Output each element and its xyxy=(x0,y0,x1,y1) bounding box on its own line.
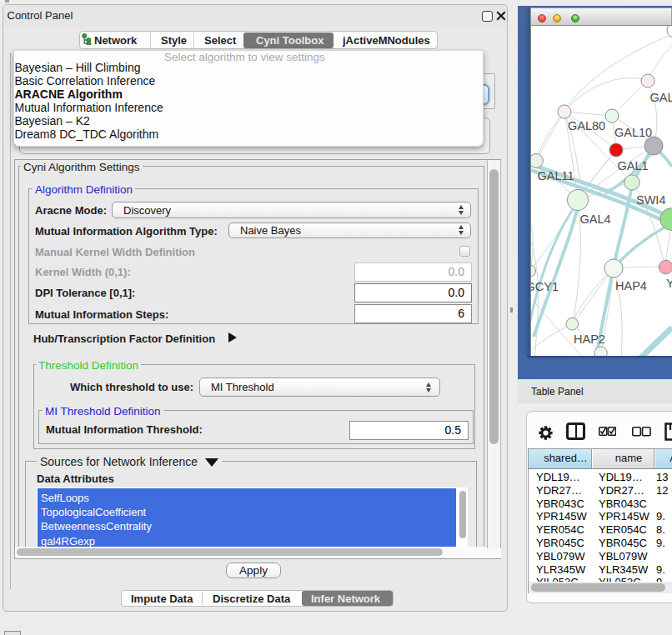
svg-text:GAL10: GAL10 xyxy=(614,126,652,139)
svg-text:GAL1: GAL1 xyxy=(618,159,649,172)
svg-text:HAP4: HAP4 xyxy=(615,279,647,292)
svg-text:Y: Y xyxy=(666,277,672,290)
svg-text:GAL7: GAL7 xyxy=(650,91,672,104)
svg-text:GCY1: GCY1 xyxy=(531,280,559,293)
svg-text:GAL80: GAL80 xyxy=(568,119,605,132)
svg-text:HAP2: HAP2 xyxy=(574,332,605,346)
svg-text:GAL11: GAL11 xyxy=(538,169,574,182)
svg-text:GAL4: GAL4 xyxy=(580,212,611,226)
svg-text:SWI4: SWI4 xyxy=(636,193,665,207)
